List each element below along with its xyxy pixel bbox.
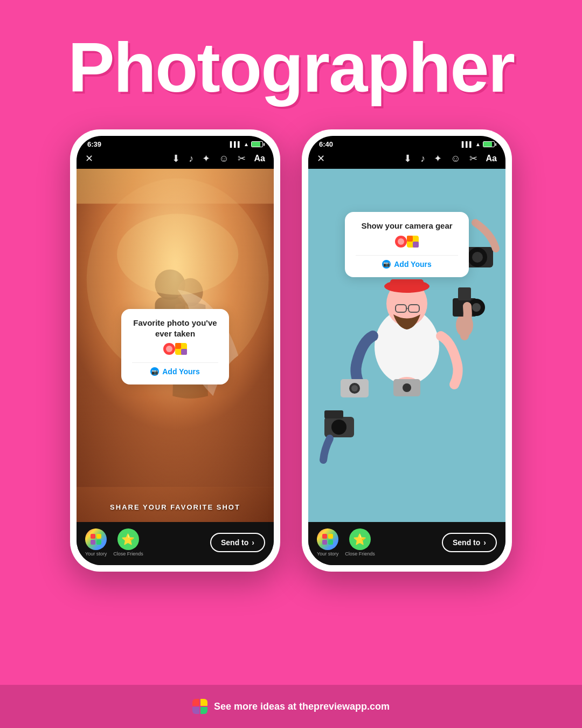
svg-point-37 bbox=[472, 252, 483, 263]
phone-1: 6:39 ▌▌▌ ▲ ✕ ⬇ ♪ ✦ ☺ ✂ Aa bbox=[70, 129, 280, 572]
svg-point-42 bbox=[398, 238, 404, 245]
phone-2-card-emoji bbox=[356, 236, 458, 251]
logo-q1 bbox=[192, 699, 199, 706]
text-tool-2[interactable]: Aa bbox=[486, 154, 497, 163]
sparkle-icon-2[interactable]: ✦ bbox=[434, 153, 442, 164]
phone-1-add-yours[interactable]: 📷 Add Yours bbox=[132, 362, 218, 376]
phone-2-card-text: Show your camera gear bbox=[356, 221, 458, 231]
phone-1-toolbar-right: ⬇ ♪ ✦ ☺ ✂ Aa bbox=[172, 153, 265, 164]
svg-rect-19 bbox=[390, 279, 424, 290]
sticker-icon-2[interactable]: ✂ bbox=[469, 153, 477, 164]
phone-2-send-to[interactable]: Send to › bbox=[442, 533, 497, 552]
add-yours-icon-2: 📷 bbox=[382, 260, 391, 269]
footer: See more ideas at thepreviewapp.com bbox=[0, 685, 582, 728]
phone-1-notch bbox=[143, 136, 207, 151]
grid-icon-1 bbox=[90, 533, 102, 545]
phone-2-toolbar-left: ✕ bbox=[317, 153, 325, 164]
phone-2-your-story[interactable]: Your story bbox=[317, 528, 338, 557]
close-friends-icon-1: ⭐ bbox=[117, 528, 139, 550]
download-icon-2[interactable]: ⬇ bbox=[404, 153, 412, 164]
phone-2-time: 6:40 bbox=[319, 140, 333, 148]
svg-point-6 bbox=[117, 214, 238, 295]
signal-icon-2: ▌▌▌ bbox=[462, 141, 473, 147]
phone-1-close-friends[interactable]: ⭐ Close Friends bbox=[113, 528, 143, 557]
grid-icon-2 bbox=[322, 533, 334, 545]
arrow-icon-1: › bbox=[252, 538, 254, 547]
your-story-label-1: Your story bbox=[85, 551, 107, 557]
svg-rect-14 bbox=[91, 540, 95, 545]
your-story-label-2: Your story bbox=[317, 551, 338, 557]
phone-2-notch bbox=[375, 136, 439, 151]
wifi-icon: ▲ bbox=[244, 141, 249, 147]
phone-2-inner: 6:40 ▌▌▌ ▲ ✕ ⬇ ♪ ✦ ☺ ✂ Aa bbox=[308, 136, 505, 565]
music-icon[interactable]: ♪ bbox=[189, 153, 193, 164]
close-friends-label-2: Close Friends bbox=[345, 551, 375, 557]
phone-1-toolbar-left: ✕ bbox=[85, 153, 93, 164]
close-icon-2[interactable]: ✕ bbox=[317, 153, 325, 164]
page-title: Photographer bbox=[0, 32, 582, 102]
svg-point-31 bbox=[472, 303, 481, 312]
svg-rect-45 bbox=[413, 242, 419, 248]
signal-icon: ▌▌▌ bbox=[230, 141, 241, 147]
phone-1-story-options: Your story ⭐ Close Friends bbox=[85, 528, 143, 557]
emoji-icon-2[interactable]: ☺ bbox=[451, 153, 460, 164]
svg-point-5 bbox=[178, 278, 203, 307]
phone-1-content: Favorite photo you've ever taken 📷 bbox=[77, 169, 274, 522]
phone-2-story-card: Show your camera gear 📷 Add Yours bbox=[345, 212, 469, 277]
card-emoji-1 bbox=[163, 343, 187, 355]
phone-1-status-icons: ▌▌▌ ▲ bbox=[230, 141, 263, 147]
close-friends-icon-2: ⭐ bbox=[349, 528, 371, 550]
phone-1-your-story[interactable]: Your story bbox=[85, 528, 107, 557]
svg-point-3 bbox=[155, 270, 185, 300]
phone-1-card-emoji bbox=[132, 343, 218, 358]
title-section: Photographer bbox=[0, 0, 582, 119]
svg-rect-39 bbox=[324, 410, 343, 418]
battery-icon bbox=[251, 141, 263, 147]
phone-1-story-card: Favorite photo you've ever taken 📷 bbox=[121, 309, 229, 384]
svg-rect-46 bbox=[322, 534, 327, 539]
add-yours-icon-1: 📷 bbox=[150, 367, 159, 376]
svg-rect-48 bbox=[322, 540, 327, 545]
svg-rect-11 bbox=[181, 349, 187, 355]
footer-logo bbox=[192, 699, 207, 714]
svg-point-26 bbox=[351, 385, 358, 392]
phone-2-story-options: Your story ⭐ Close Friends bbox=[317, 528, 375, 557]
footer-text: See more ideas at thepreviewapp.com bbox=[214, 701, 390, 712]
music-icon-2[interactable]: ♪ bbox=[420, 153, 425, 164]
phones-container: 6:39 ▌▌▌ ▲ ✕ ⬇ ♪ ✦ ☺ ✂ Aa bbox=[0, 129, 582, 572]
logo-q4 bbox=[200, 707, 207, 714]
phone-2: 6:40 ▌▌▌ ▲ ✕ ⬇ ♪ ✦ ☺ ✂ Aa bbox=[302, 129, 512, 572]
logo-q2 bbox=[200, 699, 207, 706]
download-icon[interactable]: ⬇ bbox=[172, 153, 180, 164]
close-friends-label-1: Close Friends bbox=[113, 551, 143, 557]
svg-rect-47 bbox=[328, 534, 333, 539]
phone-2-toolbar-right: ⬇ ♪ ✦ ☺ ✂ Aa bbox=[404, 153, 497, 164]
phone-1-inner: 6:39 ▌▌▌ ▲ ✕ ⬇ ♪ ✦ ☺ ✂ Aa bbox=[77, 136, 274, 565]
battery-icon-2 bbox=[483, 141, 495, 147]
phone-2-close-friends[interactable]: ⭐ Close Friends bbox=[345, 528, 375, 557]
sticker-icon[interactable]: ✂ bbox=[238, 153, 246, 164]
phone-2-content: Show your camera gear 📷 Add Yours bbox=[308, 169, 505, 522]
emoji-icon[interactable]: ☺ bbox=[219, 153, 228, 164]
wifi-icon-2: ▲ bbox=[475, 141, 481, 147]
phone-2-toolbar: ✕ ⬇ ♪ ✦ ☺ ✂ Aa bbox=[308, 150, 505, 169]
phone-2-status-icons: ▌▌▌ ▲ bbox=[462, 141, 495, 147]
phone-1-bottom-text: SHARE YOUR FAVORITE SHOT bbox=[77, 503, 274, 511]
phone-2-add-yours[interactable]: 📷 Add Yours bbox=[356, 255, 458, 269]
text-tool[interactable]: Aa bbox=[254, 154, 265, 163]
svg-point-34 bbox=[403, 383, 411, 392]
svg-rect-15 bbox=[96, 540, 101, 545]
arrow-icon-2: › bbox=[483, 538, 486, 547]
logo-q3 bbox=[192, 707, 199, 714]
phone-1-time: 6:39 bbox=[87, 140, 101, 148]
svg-rect-44 bbox=[407, 236, 413, 242]
svg-rect-29 bbox=[458, 287, 471, 300]
card-emoji-2 bbox=[395, 236, 419, 248]
sparkle-icon[interactable]: ✦ bbox=[202, 153, 210, 164]
phone-1-toolbar: ✕ ⬇ ♪ ✦ ☺ ✂ Aa bbox=[77, 150, 274, 169]
your-story-icon-1 bbox=[85, 528, 107, 550]
phone-1-send-to[interactable]: Send to › bbox=[210, 533, 265, 552]
phone-1-bottom-bar: Your story ⭐ Close Friends Send to › bbox=[77, 522, 274, 565]
close-icon[interactable]: ✕ bbox=[85, 153, 93, 164]
phone-1-card-text: Favorite photo you've ever taken bbox=[132, 318, 218, 339]
